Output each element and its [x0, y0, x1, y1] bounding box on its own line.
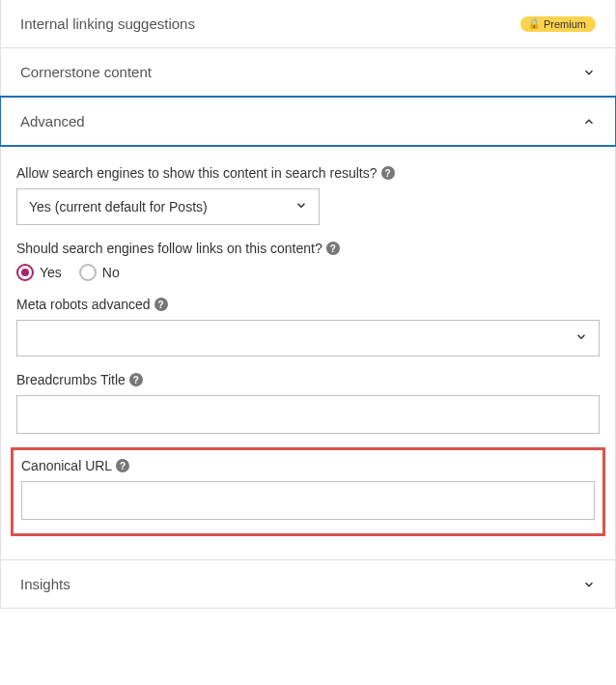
- label-breadcrumbs: Breadcrumbs Title ?: [16, 372, 600, 387]
- panel-header-cornerstone[interactable]: Cornerstone content: [1, 48, 615, 96]
- chevron-down-icon: [582, 66, 596, 79]
- panel-insights: Insights: [0, 560, 616, 609]
- help-icon[interactable]: ?: [326, 242, 340, 255]
- label-follow-links: Should search engines follow links on th…: [16, 241, 600, 256]
- label-meta-robots: Meta robots advanced ?: [16, 297, 600, 312]
- panel-title: Insights: [20, 576, 70, 592]
- label-allow-search: Allow search engines to show this conten…: [16, 165, 600, 181]
- canonical-url-input[interactable]: [21, 481, 595, 520]
- panel-header-internal-linking[interactable]: Internal linking suggestions 🔒 Premium: [1, 0, 615, 47]
- help-icon[interactable]: ?: [154, 298, 168, 311]
- panel-title: Advanced: [20, 113, 85, 129]
- panel-header-insights[interactable]: Insights: [1, 560, 615, 608]
- panel-cornerstone: Cornerstone content: [0, 48, 616, 97]
- help-icon[interactable]: ?: [381, 166, 395, 180]
- panel-internal-linking: Internal linking suggestions 🔒 Premium: [0, 0, 616, 48]
- field-follow-links: Should search engines follow links on th…: [16, 241, 600, 281]
- premium-label: Premium: [544, 18, 586, 30]
- radio-label-no: No: [102, 265, 120, 280]
- allow-search-select[interactable]: [16, 188, 320, 225]
- radio-label-yes: Yes: [40, 265, 62, 280]
- radio-dot: [21, 269, 29, 276]
- premium-badge: 🔒 Premium: [520, 16, 596, 32]
- field-allow-search: Allow search engines to show this conten…: [16, 165, 600, 225]
- chevron-down-icon: [582, 578, 596, 591]
- panel-header-advanced[interactable]: Advanced: [0, 96, 616, 147]
- canonical-highlight: Canonical URL ?: [11, 447, 605, 536]
- chevron-up-icon: [582, 115, 596, 128]
- help-icon[interactable]: ?: [129, 373, 143, 386]
- field-breadcrumbs: Breadcrumbs Title ?: [16, 372, 600, 434]
- panel-title: Cornerstone content: [20, 64, 152, 80]
- select-wrap-allow-search: [16, 188, 320, 225]
- panel-body-advanced: Allow search engines to show this conten…: [0, 146, 616, 560]
- label-canonical: Canonical URL ?: [21, 458, 595, 473]
- radio-option-yes[interactable]: Yes: [16, 264, 62, 281]
- radio-circle: [79, 264, 97, 281]
- breadcrumbs-input[interactable]: [16, 395, 600, 434]
- meta-robots-select[interactable]: [16, 320, 600, 357]
- radio-option-no[interactable]: No: [79, 264, 120, 281]
- select-wrap-meta-robots: [16, 320, 600, 357]
- lock-icon: 🔒: [528, 18, 540, 29]
- panel-title: Internal linking suggestions: [20, 15, 195, 32]
- radio-circle-selected: [16, 264, 34, 281]
- help-icon[interactable]: ?: [116, 459, 129, 472]
- panel-advanced: Advanced Allow search engines to show th…: [0, 96, 616, 560]
- radio-group-follow-links: Yes No: [16, 264, 600, 281]
- field-meta-robots: Meta robots advanced ?: [16, 297, 600, 357]
